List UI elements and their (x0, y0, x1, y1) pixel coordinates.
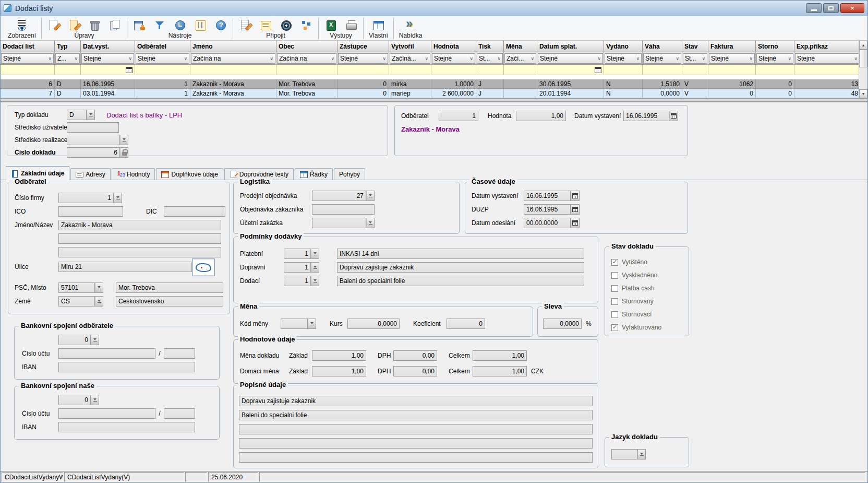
tab-pohyby[interactable]: Pohyby (334, 168, 365, 180)
bank-nase-kod-banky-field[interactable] (164, 408, 195, 419)
psc-field[interactable]: 57101 (58, 282, 95, 293)
checkbox-vytisteno[interactable]: Vytištěno (611, 258, 647, 266)
kurs-field[interactable]: 0,0000 (347, 319, 400, 329)
grid-filter-dropdown-datum-splat[interactable]: Stejné∨ (538, 53, 603, 64)
grid-filter-dropdown-dodaci-list[interactable]: Stejné∨ (1, 53, 54, 64)
tab-adresy[interactable]: Adresy (70, 168, 110, 180)
grid-filter-input-cell[interactable] (476, 65, 504, 75)
grid-column-header-stav[interactable]: Stav (682, 41, 708, 52)
popisne-field-2[interactable]: Baleni do specialni folie (239, 410, 593, 420)
grid-cell[interactable]: 16.06.1995 (81, 79, 135, 89)
grid-filter-input-cell[interactable] (81, 65, 135, 75)
domaci-mena-dph-field[interactable]: 0,00 (393, 366, 437, 376)
grid-column-header-mena[interactable]: Měna (504, 41, 537, 52)
grid-cell[interactable]: Zakaznik - Morava (190, 89, 276, 98)
grid-column-header-typ[interactable]: Typ (55, 41, 81, 52)
grid-filter-dropdown-vaha[interactable]: Stejné∨ (643, 53, 681, 64)
detail-datum-vystaveni-field[interactable]: 16.06.1995 (623, 111, 669, 121)
toolbar-button-new-doc[interactable] (47, 18, 61, 32)
ucetni-zakazka-field[interactable] (312, 218, 366, 228)
grid-filter-dropdown-typ[interactable]: Z...∨ (55, 53, 80, 64)
stredisko-realizace-dropdown-button[interactable] (120, 135, 128, 145)
toolbar-button-excel-export[interactable] (324, 18, 337, 32)
grid-cell[interactable]: D (55, 79, 81, 89)
datum-odeslani-field[interactable]: 00.00.0000 (524, 218, 571, 228)
ulice-field[interactable]: Miru 21 (58, 262, 192, 272)
grid-cell[interactable]: 6 (1, 79, 55, 89)
zeme-code-field[interactable]: CS (58, 296, 95, 307)
zeme-name-field[interactable]: Ceskoslovensko (116, 296, 223, 307)
grid-column-header-datum-splat[interactable]: Datum splat. (537, 41, 604, 52)
grid-filter-input-cell[interactable] (337, 65, 389, 75)
datum-vystaveni-field[interactable]: 16.06.1995 (524, 191, 571, 201)
scroll-up-button[interactable]: ▲ (859, 41, 867, 50)
checkbox-stornovany[interactable]: Stornovaný (611, 298, 654, 305)
window-titlebar[interactable]: Dodací listy × (1, 1, 867, 16)
detail-odberatel-field[interactable]: 1 (439, 111, 478, 121)
restore-button[interactable] (823, 3, 839, 13)
grid-column-header-storno[interactable]: Storno (756, 41, 794, 52)
grid-cell[interactable]: V (682, 79, 708, 89)
grid-cell[interactable]: J (476, 89, 504, 98)
grid-cell[interactable]: 0,0000 (643, 89, 682, 98)
grid-column-header-hodnota[interactable]: Hodnota (431, 41, 476, 52)
grid-cell[interactable]: 0 (756, 89, 794, 98)
stredisko-uzivatele-field[interactable] (67, 122, 119, 133)
platebni-text-field[interactable]: INKASI 14 dni (337, 249, 584, 259)
scroll-down-button[interactable]: ▼ (859, 89, 867, 98)
grid-cell[interactable]: 0 (337, 79, 389, 89)
bank-nase-iban-field[interactable] (58, 422, 195, 432)
grid-filter-input-cell[interactable] (55, 65, 81, 75)
jmeno-field-2[interactable] (58, 233, 221, 244)
koeficient-field[interactable]: 0 (447, 319, 485, 329)
ucetni-zakazka-dropdown-button[interactable] (366, 218, 375, 228)
popisne-field-3[interactable] (239, 424, 593, 434)
close-button[interactable]: × (840, 3, 864, 13)
tab-hodnoty[interactable]: Hodnoty (112, 168, 155, 180)
kod-meny-field[interactable] (281, 319, 308, 329)
toolbar-button-custom-table[interactable] (371, 18, 385, 32)
grid-filter-dropdown-exp-prikaz[interactable]: Stejné∨ (795, 53, 860, 64)
grid-cell[interactable]: 7 (1, 89, 55, 98)
grid-column-header-zastupce[interactable]: Zástupce (337, 41, 389, 52)
bank-odb-poradi-dropdown-button[interactable] (91, 335, 99, 345)
grid-cell[interactable]: Mor. Trebova (276, 89, 337, 98)
bank-odb-poradi-field[interactable]: 0 (58, 335, 91, 345)
grid-cell[interactable]: 48 (794, 89, 861, 98)
unchecked-checkbox-icon[interactable] (611, 285, 618, 292)
grid-cell[interactable]: 1062 (708, 79, 756, 89)
bank-nase-ucet-field[interactable] (58, 408, 155, 419)
grid-cell[interactable]: 20.01.1994 (537, 89, 604, 98)
psc-dropdown-button[interactable] (95, 282, 103, 293)
bank-nase-poradi-field[interactable]: 0 (58, 395, 91, 405)
typ-dokladu-dropdown-button[interactable] (87, 110, 95, 120)
toolbar-button-copy-doc[interactable] (108, 18, 122, 32)
grid-filter-dropdown-stav[interactable]: St...∨ (683, 53, 707, 64)
jazyk-dropdown-button[interactable] (637, 449, 646, 460)
grid-filter-input-cell[interactable] (604, 65, 643, 75)
checkbox-stornovaci[interactable]: Stornovací (611, 311, 652, 318)
grid-cell[interactable]: 13 (794, 79, 861, 89)
grid-filter-dropdown-vydano[interactable]: Stejné∨ (605, 53, 642, 64)
toolbar-button-attach-media[interactable] (279, 18, 293, 32)
dodaci-dropdown-button[interactable] (311, 276, 319, 286)
grid-cell[interactable]: 0 (708, 89, 756, 98)
map-button[interactable] (192, 258, 215, 276)
cislo-dokladu-field[interactable]: 6 (67, 147, 120, 158)
grid-column-header-jmeno[interactable]: Jméno (190, 41, 276, 52)
grid-filter-input-cell[interactable] (756, 65, 794, 75)
toolbar-button-edit-doc[interactable] (67, 18, 81, 32)
dopravni-code-field[interactable]: 1 (284, 262, 311, 273)
dopravni-text-field[interactable]: Dopravu zajistuje zakaznik (337, 262, 584, 273)
ico-field[interactable] (58, 206, 123, 217)
grid-column-header-exp-prikaz[interactable]: Exp.příkaz (794, 41, 861, 52)
grid-filter-dropdown-tisk[interactable]: St...∨ (477, 53, 503, 64)
grid-filter-input-cell[interactable] (190, 65, 276, 75)
toolbar-button-attach-note[interactable] (238, 18, 252, 32)
toolbar-button-filter-funnel[interactable] (153, 18, 166, 32)
grid-column-header-faktura[interactable]: Faktura (708, 41, 756, 52)
grid-cell[interactable] (504, 79, 537, 89)
cislo-firmy-field[interactable]: 1 (58, 193, 114, 203)
grid-cell[interactable]: 1 (135, 79, 190, 89)
grid-column-header-obec[interactable]: Obec (276, 41, 337, 52)
